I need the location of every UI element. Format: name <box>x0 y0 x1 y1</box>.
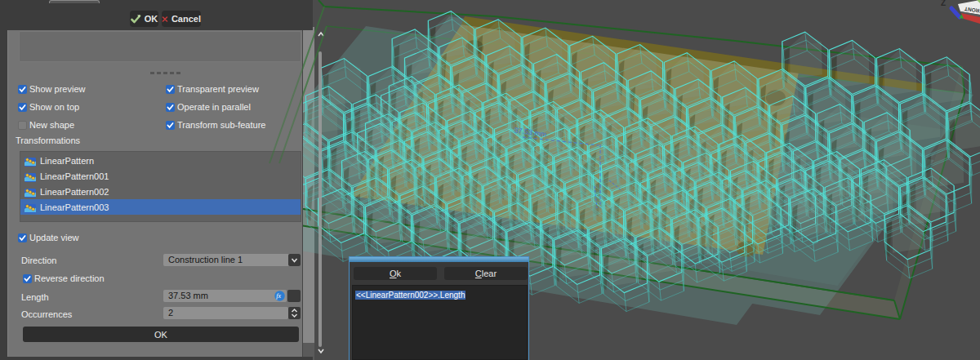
svg-text:Z: Z <box>941 0 946 7</box>
svg-text:fx: fx <box>276 292 281 300</box>
